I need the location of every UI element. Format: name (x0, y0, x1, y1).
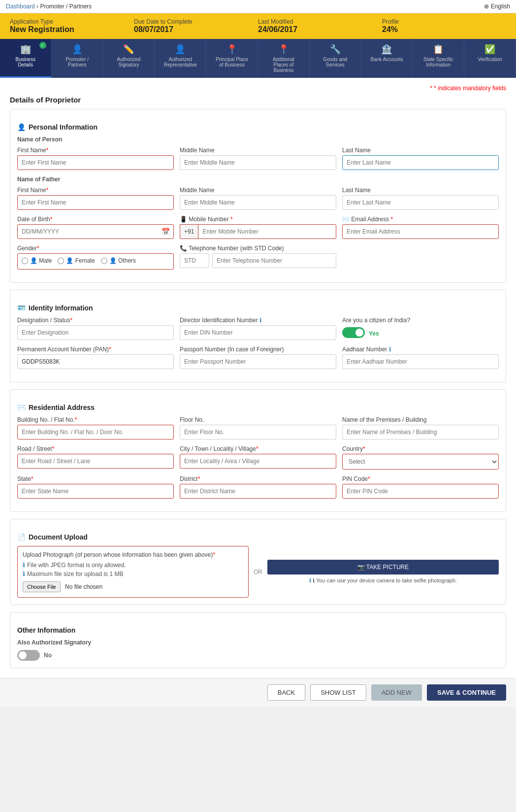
step-state-specific[interactable]: 📋 State SpecificInformation (413, 39, 464, 78)
step-authorized-representative[interactable]: 👤 AuthorizedRepresentative (155, 39, 206, 78)
telephone-icon: 📞 (180, 245, 187, 252)
pan-label: Permanent Account Number (PAN)* (17, 346, 174, 353)
step-goods-services[interactable]: 🔧 Goods andServices (310, 39, 361, 78)
city-label: City / Town / Locality / Village* (180, 445, 336, 452)
breadcrumb-home[interactable]: Dashboard (6, 3, 35, 10)
email-icon: ✉️ (342, 216, 350, 223)
profile-label: Profile (382, 18, 506, 25)
add-new-button[interactable]: ADD NEW (371, 684, 422, 701)
road-city-country-row: Road / Street* City / Town / Locality / … (17, 445, 499, 470)
check-badge-business: ✓ (39, 42, 46, 49)
step-verification[interactable]: ✅ Verification (464, 39, 516, 78)
promoter-icon: 👤 (72, 44, 83, 55)
save-continue-button[interactable]: SAVE & CONTINUE (427, 684, 506, 701)
mobile-input-wrap: +91 (180, 224, 336, 239)
upload-box: Upload Photograph (of person whose infor… (17, 546, 249, 598)
premises-input[interactable] (342, 425, 499, 440)
road-input[interactable] (17, 454, 174, 469)
gender-others[interactable]: 👤 Others (101, 257, 136, 264)
citizen-group: Are you a citizen of India? Yes (342, 317, 499, 340)
country-label: Country* (342, 445, 499, 452)
dob-label: Date of Birth* (17, 216, 174, 223)
other-info-title: Other Information (17, 626, 499, 634)
top-nav: Dashboard › Promoter / Partners ⊕ Englis… (0, 0, 516, 13)
last-name-input[interactable] (342, 155, 499, 170)
district-label: District* (180, 475, 336, 482)
city-input[interactable] (180, 454, 336, 469)
mobile-input[interactable] (198, 224, 336, 239)
or-label: OR (254, 569, 262, 575)
father-first-name-group: First Name* (17, 187, 174, 210)
app-type-col: Application Type New Registration (10, 18, 134, 34)
page-title: Details of Proprietor (10, 96, 506, 104)
also-signatory-toggle[interactable] (17, 650, 40, 661)
passport-input[interactable] (180, 354, 336, 369)
country-select[interactable]: Select (342, 454, 499, 470)
email-input[interactable] (342, 224, 499, 239)
state-district-pin-row: State* District* PIN Code* (17, 475, 499, 499)
mobile-icon: 📱 (180, 216, 187, 223)
pan-value: GDDPS5083K (17, 354, 174, 369)
std-input[interactable] (180, 253, 209, 268)
passport-group: Passport Number (In case of Foreigner) (180, 346, 336, 369)
choose-file-button[interactable]: Choose File (23, 581, 61, 592)
pincode-label: PIN Code* (342, 475, 499, 482)
step-authorized-signatory[interactable]: ✏️ AuthorizedSignatory (103, 39, 155, 78)
din-input[interactable] (180, 325, 336, 340)
citizen-label: Are you a citizen of India? (342, 317, 499, 324)
show-list-button[interactable]: SHOW LIST (310, 684, 366, 701)
last-name-group: Last Name (342, 147, 499, 170)
state-input[interactable] (17, 484, 174, 499)
also-signatory-toggle-wrap: No (17, 650, 499, 661)
telephone-input[interactable] (212, 253, 336, 268)
personal-info-section: 👤 Personal Information Name of Person Fi… (10, 109, 506, 283)
app-type-label: Application Type (10, 18, 134, 25)
aadhaar-input[interactable] (342, 354, 499, 369)
personal-info-title: 👤 Personal Information (17, 123, 499, 131)
gender-female[interactable]: 👤 Female (58, 257, 95, 264)
due-date-label: Due Date to Complete (134, 18, 258, 25)
telephone-group: 📞 Telephone Number (with STD Code) (180, 245, 336, 270)
last-name-label: Last Name (342, 147, 499, 154)
first-name-input[interactable] (17, 155, 174, 170)
building-input[interactable] (17, 425, 174, 440)
middle-name-group: Middle Name (180, 147, 336, 170)
other-info-section: Other Information Also Authorized Signat… (10, 612, 506, 668)
citizen-toggle[interactable] (342, 327, 365, 338)
pincode-input[interactable] (342, 484, 499, 499)
district-input[interactable] (180, 484, 336, 499)
document-upload-title: 📄 Document Upload (17, 533, 499, 541)
father-first-name-input[interactable] (17, 195, 174, 210)
footer-bar: BACK SHOW LIST ADD NEW SAVE & CONTINUE (0, 678, 516, 707)
din-info-icon[interactable]: ℹ (259, 317, 262, 324)
step-additional-places[interactable]: 📍 AdditionalPlaces ofBusiness (258, 39, 310, 78)
district-group: District* (180, 475, 336, 499)
main-content: * * indicates mandatory fields Details o… (0, 78, 516, 678)
aadhaar-group: Aadhaar Number ℹ (342, 346, 499, 369)
calendar-icon: 📅 (161, 228, 170, 236)
step-bank-accounts[interactable]: 🏦 Bank Accounts (361, 39, 413, 78)
designation-input[interactable] (17, 325, 174, 340)
father-last-name-input[interactable] (342, 195, 499, 210)
designation-group: Designation / Status* (17, 317, 174, 340)
back-button[interactable]: BACK (267, 684, 305, 701)
din-group: Director Identification Number ℹ (180, 317, 336, 340)
last-modified-col: Last Modified 24/06/2017 (258, 18, 382, 34)
step-principal-place[interactable]: 📍 Principal Placeof Business (206, 39, 258, 78)
step-business-details[interactable]: ✓ 🏢 BusinessDetails (0, 39, 52, 78)
aadhaar-info-icon[interactable]: ℹ (389, 346, 391, 353)
document-upload-section: 📄 Document Upload Upload Photograph (of … (10, 519, 506, 605)
verification-icon: ✅ (484, 44, 495, 55)
upload-row: Upload Photograph (of person whose infor… (17, 546, 499, 598)
dob-input[interactable] (17, 224, 174, 239)
father-middle-name-input[interactable] (180, 195, 336, 210)
telephone-label: 📞 Telephone Number (with STD Code) (180, 245, 336, 252)
step-promoter-partners[interactable]: 👤 Promoter /Partners (52, 39, 103, 78)
take-picture-button[interactable]: 📷 TAKE PICTURE (267, 560, 499, 575)
language-selector[interactable]: ⊕ English (484, 3, 510, 10)
name-row: First Name* Middle Name Last Name (17, 147, 499, 170)
middle-name-input[interactable] (180, 155, 336, 170)
gender-male[interactable]: 👤 Male (22, 257, 52, 264)
floor-input[interactable] (180, 425, 336, 440)
middle-name-label: Middle Name (180, 147, 336, 154)
